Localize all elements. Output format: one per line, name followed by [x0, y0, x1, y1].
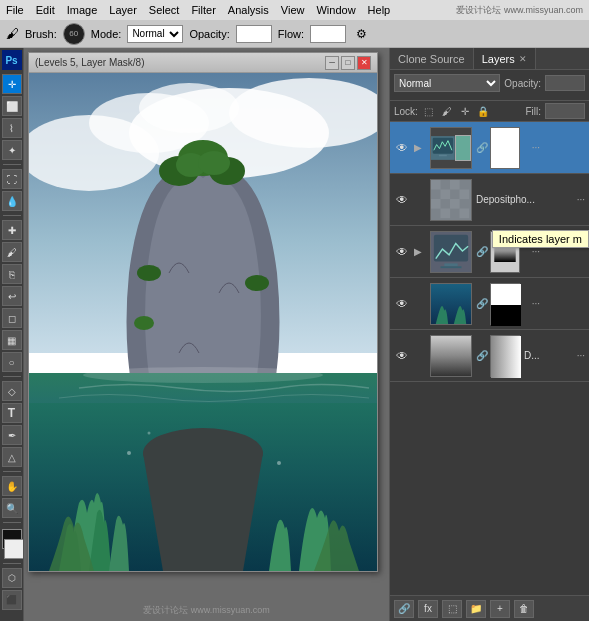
svg-rect-35: [431, 180, 471, 220]
menu-help[interactable]: Help: [366, 4, 393, 16]
brush-size-label: 60: [69, 29, 78, 38]
menu-window[interactable]: Window: [314, 4, 357, 16]
tool-path[interactable]: ◇: [2, 381, 22, 401]
menu-bar: File Edit Image Layer Select Filter Anal…: [0, 0, 589, 20]
doc-canvas: [29, 73, 377, 571]
blend-mode-row: Normal Multiply Screen Opacity: 100%: [394, 74, 585, 92]
lock-brush-icon[interactable]: 🖌: [440, 104, 454, 118]
menu-file[interactable]: File: [4, 4, 26, 16]
tool-hand[interactable]: ✋: [2, 476, 22, 496]
content-area: (Levels 5, Layer Mask/8) ─ □ ✕: [24, 48, 589, 621]
toolbar-divider-5: [3, 522, 21, 523]
svg-point-20: [148, 432, 151, 435]
tab-layers[interactable]: Layers ✕: [474, 48, 536, 69]
layers-panel: Clone Source Layers ✕ Normal Multiply Sc…: [389, 48, 589, 621]
doc-title: (Levels 5, Layer Mask/8): [35, 57, 145, 68]
svg-point-5: [139, 83, 239, 133]
new-layer-btn[interactable]: +: [490, 600, 510, 618]
blend-mode-select[interactable]: Normal Multiply Screen: [127, 25, 183, 43]
tool-brush[interactable]: 🖌: [2, 242, 22, 262]
layer-menu-4[interactable]: ···: [524, 298, 540, 309]
menu-image[interactable]: Image: [65, 4, 100, 16]
canvas-area: (Levels 5, Layer Mask/8) ─ □ ✕: [24, 48, 389, 621]
toolbar-divider-1: [3, 164, 21, 165]
layer-visibility-5[interactable]: 👁: [394, 348, 410, 364]
menu-filter[interactable]: Filter: [189, 4, 217, 16]
layer-thumb-4: [430, 283, 472, 325]
layer-item-4[interactable]: 👁: [390, 278, 589, 330]
lock-all-icon[interactable]: 🔒: [476, 104, 490, 118]
background-color[interactable]: [4, 539, 24, 559]
lock-checkerboard-icon[interactable]: ⬚: [422, 104, 436, 118]
menu-edit[interactable]: Edit: [34, 4, 57, 16]
layer-opacity-input[interactable]: 100%: [545, 75, 585, 91]
tool-dodge[interactable]: ○: [2, 352, 22, 372]
layer-visibility-2[interactable]: 👁: [394, 192, 410, 208]
opacity-input[interactable]: 100%: [236, 25, 272, 43]
layer-visibility-1[interactable]: 👁: [394, 140, 410, 156]
tool-heal[interactable]: ✚: [2, 220, 22, 240]
menu-select[interactable]: Select: [147, 4, 182, 16]
watermark-canvas: 爱设计论坛 www.missyuan.com: [24, 604, 389, 617]
tool-type[interactable]: T: [2, 403, 22, 423]
tool-eyedropper[interactable]: 💧: [2, 191, 22, 211]
layer-menu-2[interactable]: ···: [569, 194, 585, 205]
layer-fx-btn[interactable]: fx: [418, 600, 438, 618]
delete-layer-btn[interactable]: 🗑: [514, 600, 534, 618]
toolbar-divider-6: [3, 563, 21, 564]
tab-layers-close[interactable]: ✕: [519, 54, 527, 64]
tool-screen-mode[interactable]: ⬛: [2, 590, 22, 610]
svg-rect-24: [439, 154, 447, 156]
doc-minimize-btn[interactable]: ─: [325, 56, 339, 70]
svg-point-12: [137, 265, 161, 281]
layer-blend-select[interactable]: Normal Multiply Screen: [394, 74, 500, 92]
layer-visibility-4[interactable]: 👁: [394, 296, 410, 312]
doc-close-btn[interactable]: ✕: [357, 56, 371, 70]
layer-mask-btn[interactable]: ⬚: [442, 600, 462, 618]
link-layers-btn[interactable]: 🔗: [394, 600, 414, 618]
layer-mask-thumb-5: [490, 335, 520, 377]
layer-link-4: 🔗: [476, 298, 486, 309]
tool-lasso[interactable]: ⌇: [2, 118, 22, 138]
layer-thumb-5: [430, 335, 472, 377]
tool-move[interactable]: ✛: [2, 74, 22, 94]
layer-item-5[interactable]: 👁: [390, 330, 589, 382]
tool-eraser[interactable]: ◻: [2, 308, 22, 328]
airbrush-icon[interactable]: ⚙: [356, 27, 367, 41]
menu-analysis[interactable]: Analysis: [226, 4, 271, 16]
tool-gradient[interactable]: ▦: [2, 330, 22, 350]
menu-layer[interactable]: Layer: [107, 4, 139, 16]
flow-input[interactable]: 100%: [310, 25, 346, 43]
tab-clone-source[interactable]: Clone Source: [390, 48, 474, 69]
tool-options-bar: 🖌 Brush: 60 Mode: Normal Multiply Screen…: [0, 20, 589, 48]
tool-magic-wand[interactable]: ✦: [2, 140, 22, 160]
layer-item-2[interactable]: 👁: [390, 174, 589, 226]
tool-shape[interactable]: △: [2, 447, 22, 467]
layer-item-1[interactable]: 👁 ▶: [390, 122, 589, 174]
tool-pen[interactable]: ✒: [2, 425, 22, 445]
new-group-btn[interactable]: 📁: [466, 600, 486, 618]
tool-zoom[interactable]: 🔍: [2, 498, 22, 518]
tool-marquee[interactable]: ⬜: [2, 96, 22, 116]
lock-label: Lock:: [394, 106, 418, 117]
panel-bottom: 🔗 fx ⬚ 📁 + 🗑: [390, 595, 589, 621]
layer-controls: Normal Multiply Screen Opacity: 100%: [390, 70, 589, 101]
menu-view[interactable]: View: [279, 4, 307, 16]
tool-crop[interactable]: ⛶: [2, 169, 22, 189]
ps-logo: Ps: [2, 50, 22, 70]
fill-input[interactable]: 100%: [545, 103, 585, 119]
tool-clone[interactable]: ⎘: [2, 264, 22, 284]
doc-maximize-btn[interactable]: □: [341, 56, 355, 70]
layer-name-5: D...: [524, 350, 565, 361]
svg-point-16: [83, 367, 323, 383]
lock-move-icon[interactable]: ✛: [458, 104, 472, 118]
tool-history-brush[interactable]: ↩: [2, 286, 22, 306]
svg-point-14: [134, 316, 154, 330]
layer-visibility-3[interactable]: 👁: [394, 244, 410, 260]
layer-menu-1[interactable]: ···: [524, 142, 540, 153]
brush-preview[interactable]: 60: [63, 23, 85, 45]
brush-tool-icon: 🖌: [6, 26, 19, 41]
layer-menu-5[interactable]: ···: [569, 350, 585, 361]
tool-quick-mask[interactable]: ⬡: [2, 568, 22, 588]
fill-label: Fill:: [525, 106, 541, 117]
